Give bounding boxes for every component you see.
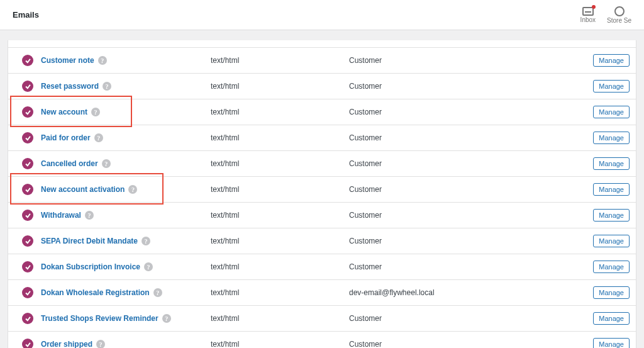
help-icon[interactable]: ?: [153, 288, 162, 297]
help-icon[interactable]: ?: [103, 82, 111, 91]
email-name-link[interactable]: Trusted Shops Review Reminder: [41, 314, 158, 323]
enabled-check-icon: [22, 287, 33, 298]
help-icon[interactable]: ?: [96, 340, 105, 348]
email-name-link[interactable]: Dokan Subscription Invoice: [41, 262, 140, 271]
help-icon[interactable]: ?: [162, 314, 171, 323]
enabled-check-icon: [22, 184, 33, 195]
status-cell: [14, 184, 41, 195]
setup-icon: [614, 6, 625, 16]
status-cell: [14, 287, 41, 298]
manage-button[interactable]: Manage: [593, 157, 630, 170]
manage-button[interactable]: Manage: [593, 80, 630, 93]
help-icon[interactable]: ?: [144, 262, 153, 271]
recipient-cell: dev-email@flywheel.local: [349, 288, 586, 297]
name-cell: Dokan Subscription Invoice?: [41, 262, 211, 271]
name-cell: Withdrawal?: [41, 211, 211, 220]
help-icon[interactable]: ?: [142, 237, 150, 245]
manage-button[interactable]: Manage: [593, 338, 630, 348]
recipient-cell: Customer: [349, 340, 586, 348]
email-name-link[interactable]: SEPA Direct Debit Mandate: [41, 237, 138, 245]
action-cell: Manage: [586, 261, 630, 273]
email-name-link[interactable]: New account: [41, 108, 87, 116]
content-type-cell: text/html: [211, 262, 349, 271]
manage-button[interactable]: Manage: [593, 132, 630, 144]
inbox-button[interactable]: Inbox: [580, 7, 596, 23]
manage-button[interactable]: Manage: [593, 235, 630, 247]
name-cell: Order shipped?: [41, 340, 211, 348]
name-cell: New account?: [41, 108, 211, 116]
enabled-check-icon: [22, 55, 33, 66]
content-type-cell: text/html: [211, 340, 349, 348]
action-cell: Manage: [586, 106, 630, 118]
manage-button[interactable]: Manage: [593, 286, 630, 299]
table-row: Customer note?text/htmlCustomerManage: [8, 48, 636, 74]
email-name-link[interactable]: New account activation: [41, 185, 125, 194]
status-cell: [14, 235, 41, 247]
content-type-cell: text/html: [211, 314, 349, 323]
email-name-link[interactable]: Reset password: [41, 82, 99, 91]
page-title: Emails: [13, 10, 39, 20]
table-row: New account?text/htmlCustomerManage: [8, 99, 636, 125]
email-name-link[interactable]: Dokan Wholesale Registration: [41, 288, 150, 297]
enabled-check-icon: [22, 210, 33, 221]
status-cell: [14, 55, 41, 66]
enabled-check-icon: [22, 339, 33, 348]
table-row: Paid for order?text/htmlCustomerManage: [8, 125, 636, 151]
recipient-cell: Customer: [349, 262, 586, 271]
action-cell: Manage: [586, 183, 630, 196]
email-name-link[interactable]: Cancelled order: [41, 159, 98, 168]
name-cell: Trusted Shops Review Reminder?: [41, 314, 211, 323]
help-icon[interactable]: ?: [91, 108, 100, 116]
action-cell: Manage: [586, 157, 630, 170]
email-name-link[interactable]: Paid for order: [41, 133, 91, 142]
name-cell: SEPA Direct Debit Mandate?: [41, 237, 211, 245]
name-cell: Dokan Wholesale Registration?: [41, 288, 211, 297]
status-cell: [14, 261, 41, 272]
partial-row: [8, 40, 636, 48]
manage-button[interactable]: Manage: [593, 209, 630, 222]
recipient-cell: Customer: [349, 133, 586, 142]
inbox-label: Inbox: [580, 16, 596, 23]
email-name-link[interactable]: Order shipped: [41, 340, 92, 348]
name-cell: New account activation?: [41, 185, 211, 194]
email-name-link[interactable]: Customer note: [41, 56, 94, 65]
name-cell: Paid for order?: [41, 133, 211, 142]
store-label: Store Se: [607, 17, 631, 24]
recipient-cell: Customer: [349, 82, 586, 91]
enabled-check-icon: [22, 106, 33, 118]
content-type-cell: text/html: [211, 82, 349, 91]
status-cell: [14, 210, 41, 221]
action-cell: Manage: [586, 209, 630, 222]
help-icon[interactable]: ?: [98, 56, 107, 65]
notification-dot: [592, 5, 596, 9]
action-cell: Manage: [586, 235, 630, 247]
table-row: Dokan Subscription Invoice?text/htmlCust…: [8, 254, 636, 280]
help-icon[interactable]: ?: [85, 211, 94, 220]
status-cell: [14, 132, 41, 143]
table-row: SEPA Direct Debit Mandate?text/htmlCusto…: [8, 228, 636, 254]
table-row: Dokan Wholesale Registration?text/htmlde…: [8, 280, 636, 306]
status-cell: [14, 313, 41, 324]
table-row: Reset password?text/htmlCustomerManage: [8, 74, 636, 99]
help-icon[interactable]: ?: [94, 133, 103, 142]
status-cell: [14, 106, 41, 118]
action-cell: Manage: [586, 132, 630, 144]
content-type-cell: text/html: [211, 159, 349, 168]
manage-button[interactable]: Manage: [593, 261, 630, 273]
manage-button[interactable]: Manage: [593, 54, 630, 67]
help-icon[interactable]: ?: [102, 159, 111, 168]
enabled-check-icon: [22, 313, 33, 324]
enabled-check-icon: [22, 132, 33, 143]
name-cell: Reset password?: [41, 82, 211, 91]
manage-button[interactable]: Manage: [593, 106, 630, 118]
recipient-cell: Customer: [349, 108, 586, 116]
action-cell: Manage: [586, 54, 630, 67]
content-type-cell: text/html: [211, 185, 349, 194]
store-setup-button[interactable]: Store Se: [607, 6, 631, 24]
table-row: Order shipped?text/htmlCustomerManage: [8, 332, 636, 348]
email-name-link[interactable]: Withdrawal: [41, 211, 81, 220]
manage-button[interactable]: Manage: [593, 183, 630, 196]
help-icon[interactable]: ?: [128, 185, 137, 194]
manage-button[interactable]: Manage: [593, 312, 630, 325]
recipient-cell: Customer: [349, 314, 586, 323]
